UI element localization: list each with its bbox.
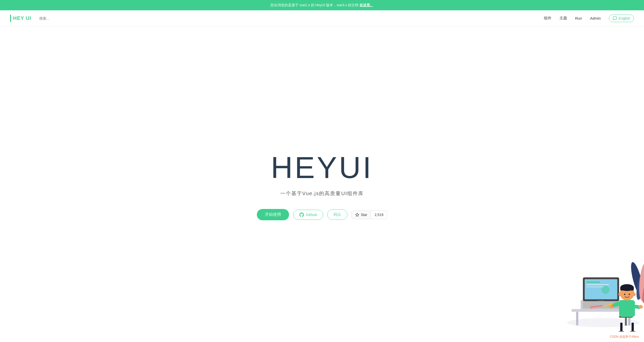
svg-rect-20 bbox=[612, 301, 621, 307]
svg-rect-36 bbox=[590, 305, 602, 308]
svg-point-30 bbox=[633, 292, 636, 296]
svg-point-17 bbox=[618, 331, 624, 332]
navbar: HEY UI 组件 主题 Run Admin English bbox=[0, 10, 644, 26]
hero-buttons: 开始使用 Github 码云 Star 2,519 bbox=[257, 209, 387, 220]
svg-rect-21 bbox=[634, 305, 641, 309]
chat-icon bbox=[613, 16, 617, 21]
svg-point-31 bbox=[629, 261, 644, 298]
star-label-section: Star bbox=[352, 211, 371, 219]
svg-rect-1 bbox=[572, 309, 635, 312]
hero-subtitle: 一个基于Vue.js的高质量UI组件库 bbox=[280, 190, 364, 197]
star-button[interactable]: Star 2,519 bbox=[351, 210, 387, 219]
search-input[interactable] bbox=[36, 15, 86, 22]
svg-rect-14 bbox=[625, 318, 627, 326]
svg-rect-19 bbox=[619, 300, 635, 317]
nav-link-theme[interactable]: 主题 bbox=[559, 16, 567, 21]
hero-illustration bbox=[553, 246, 644, 341]
svg-point-24 bbox=[620, 286, 634, 301]
nav-link-admin[interactable]: Admin bbox=[590, 16, 601, 20]
footer-note: CSDN @蓝匣子Albox bbox=[610, 335, 639, 339]
svg-point-29 bbox=[618, 292, 621, 296]
star-button-label: Star bbox=[361, 213, 367, 217]
svg-rect-12 bbox=[598, 301, 605, 302]
gitee-label: 码云 bbox=[334, 212, 341, 217]
star-icon bbox=[355, 213, 359, 217]
footer-text: CSDN @蓝匣子Albox bbox=[610, 335, 639, 338]
svg-rect-10 bbox=[586, 286, 605, 287]
logo-text[interactable]: HEY UI bbox=[13, 15, 31, 21]
svg-rect-6 bbox=[583, 277, 619, 301]
svg-point-23 bbox=[638, 305, 643, 309]
svg-rect-13 bbox=[619, 316, 633, 318]
banner-text: 您在浏览的是基于 vue2.x 的 HeyUI 版本，vue3.x 的文档 bbox=[270, 3, 359, 7]
svg-rect-15 bbox=[620, 323, 623, 332]
svg-rect-26 bbox=[620, 287, 634, 291]
language-label: English bbox=[619, 16, 630, 20]
navbar-left: HEY UI bbox=[10, 15, 544, 22]
svg-rect-7 bbox=[585, 279, 617, 299]
svg-marker-38 bbox=[611, 304, 614, 307]
svg-point-33 bbox=[638, 262, 644, 302]
svg-point-18 bbox=[629, 331, 636, 332]
svg-point-25 bbox=[620, 284, 634, 291]
main-content: HEYUI 一个基于Vue.js的高质量UI组件库 开始使用 Github 码云… bbox=[0, 26, 644, 341]
svg-point-34 bbox=[640, 274, 644, 304]
banner-link[interactable]: 在这里。 bbox=[359, 3, 374, 7]
hero-title: HEYUI bbox=[271, 152, 373, 183]
nav-link-components[interactable]: 组件 bbox=[544, 16, 551, 21]
logo-accent bbox=[10, 15, 11, 22]
svg-rect-5 bbox=[583, 301, 619, 309]
nav-link-run[interactable]: Run bbox=[575, 16, 582, 20]
svg-rect-16 bbox=[632, 323, 634, 332]
svg-rect-4 bbox=[581, 300, 621, 310]
svg-point-27 bbox=[624, 294, 625, 295]
start-button[interactable]: 开始使用 bbox=[257, 209, 289, 220]
github-button[interactable]: Github bbox=[293, 210, 323, 220]
star-count: 2,519 bbox=[371, 211, 387, 219]
logo-bar: HEY UI bbox=[10, 15, 31, 22]
top-banner: 您在浏览的是基于 vue2.x 的 HeyUI 版本，vue3.x 的文档 在这… bbox=[0, 0, 644, 10]
svg-point-0 bbox=[567, 318, 639, 327]
svg-rect-2 bbox=[576, 312, 578, 325]
navbar-right: 组件 主题 Run Admin English bbox=[544, 15, 634, 22]
github-icon bbox=[299, 212, 304, 217]
svg-rect-9 bbox=[586, 284, 609, 285]
svg-point-11 bbox=[601, 286, 610, 294]
svg-rect-3 bbox=[628, 312, 630, 325]
github-label: Github bbox=[306, 212, 317, 217]
svg-point-32 bbox=[635, 272, 644, 300]
svg-point-22 bbox=[609, 305, 614, 309]
svg-rect-8 bbox=[586, 281, 600, 283]
svg-rect-35 bbox=[590, 306, 602, 309]
language-button[interactable]: English bbox=[609, 15, 634, 22]
svg-point-28 bbox=[629, 294, 630, 295]
svg-rect-37 bbox=[603, 303, 613, 307]
gitee-button[interactable]: 码云 bbox=[327, 209, 347, 220]
